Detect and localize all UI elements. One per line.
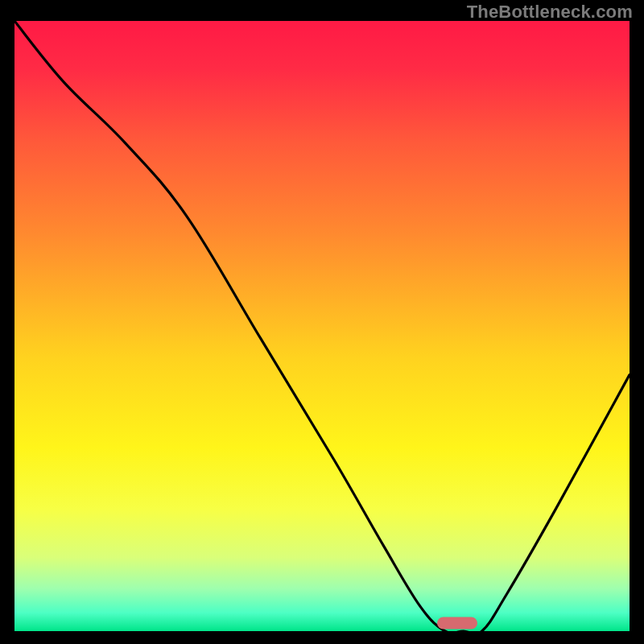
chart-frame: TheBottleneck.com	[0, 0, 644, 644]
bottleneck-curve	[14, 21, 630, 631]
watermark-text: TheBottleneck.com	[467, 2, 633, 23]
plot-area	[14, 21, 630, 631]
optimal-marker	[437, 617, 477, 630]
